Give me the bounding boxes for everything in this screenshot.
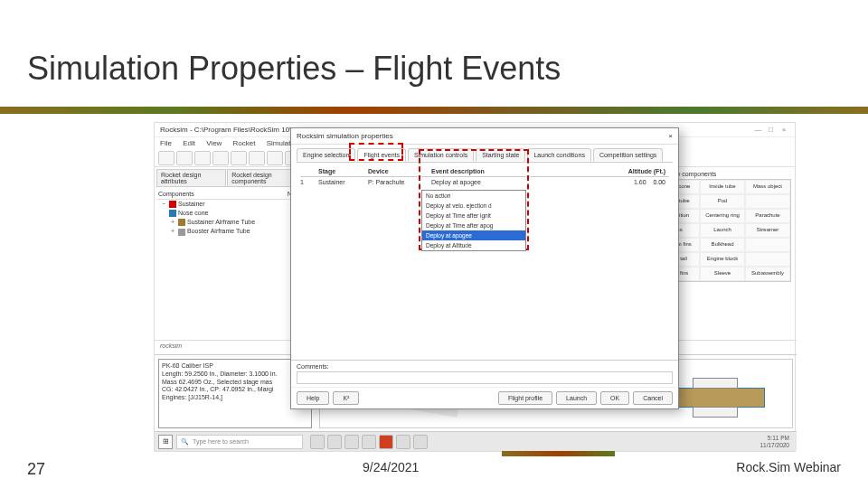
info-line: CG: 42.0427 In., CP: 47.0952 In., Margi	[162, 386, 308, 394]
task-icon[interactable]	[310, 435, 325, 449]
tray-time: 5:11 PM	[760, 435, 789, 441]
ok-button[interactable]: OK	[600, 391, 629, 405]
dropdown-item[interactable]: Deploy at velo. ejection d	[422, 201, 525, 211]
tree-airframe[interactable]: +Sustainer Airframe Tube	[156, 218, 306, 227]
start-button[interactable]: ⊞	[158, 435, 173, 449]
rocket-info-box: PK-60 Caliber ISP Length: 59.2500 In., D…	[158, 359, 312, 428]
add-parachute[interactable]: Parachute	[745, 209, 790, 223]
accent-bottom	[502, 451, 615, 456]
search-placeholder: Type here to search	[193, 438, 249, 445]
add-subassembly[interactable]: Subassembly	[745, 267, 790, 281]
event-dropdown[interactable]: No action Deploy at velo. ejection d Dep…	[421, 190, 526, 251]
launch-button[interactable]: Launch	[556, 391, 597, 405]
grid-header: Stage Device Event description Altitude …	[300, 166, 669, 177]
slide-number: 27	[27, 460, 45, 479]
dropdown-item[interactable]: No action	[422, 191, 525, 201]
info-line: Engines: [J/J15R-14,]	[162, 394, 308, 402]
simulation-properties-dialog: Rocksim simulation properties × Engine s…	[290, 127, 679, 409]
comments-label: Comments:	[297, 363, 673, 370]
row-stage: Sustainer	[318, 179, 368, 185]
flight-profile-button[interactable]: Flight profile	[498, 391, 552, 405]
row-event[interactable]: Deploy at apogee	[431, 179, 585, 185]
dialog-title: Rocksim simulation properties	[297, 132, 393, 140]
dropdown-item[interactable]: Deploy at Time after apog	[422, 221, 525, 230]
menu-edit[interactable]: Edit	[183, 139, 195, 147]
tab-starting-state[interactable]: Starting state	[476, 148, 525, 162]
dropdown-item[interactable]: Deploy at Altitude	[422, 240, 525, 250]
task-icon[interactable]	[362, 435, 376, 449]
col-index	[300, 168, 318, 174]
minimize-button[interactable]: —	[753, 126, 764, 134]
tab-launch-conditions[interactable]: Launch conditions	[527, 148, 590, 162]
menu-view[interactable]: View	[206, 139, 222, 147]
window-controls: — □ ×	[753, 126, 789, 134]
system-tray[interactable]: 5:11 PM 11/17/2020	[760, 435, 793, 447]
tab-design-attributes[interactable]: Rocket design attributes	[156, 169, 226, 186]
add-cell-empty	[745, 252, 790, 267]
tree-airframe-label: Sustainer Airframe Tube	[187, 219, 255, 225]
add-mass-object[interactable]: Mass object	[745, 180, 790, 194]
toolbar-button[interactable]	[212, 151, 229, 165]
menu-file[interactable]: File	[160, 139, 172, 147]
info-line: PK-60 Caliber ISP	[162, 362, 308, 371]
tab-competition-settings[interactable]: Competition settings	[593, 148, 663, 162]
add-cell-empty	[745, 194, 790, 209]
help-button[interactable]: Help	[297, 391, 329, 405]
col-altitude: Altitude (Ft.)	[585, 168, 669, 174]
tree-head-components: Components	[158, 191, 194, 197]
add-streamer[interactable]: Streamer	[745, 223, 790, 238]
dialog-close-button[interactable]: ×	[668, 132, 673, 140]
task-icon-powerpoint[interactable]	[379, 435, 393, 449]
alt-a: 1.60	[634, 179, 646, 185]
slide-footer: Rock.Sim Webinar	[736, 460, 841, 479]
close-button[interactable]: ×	[778, 126, 789, 134]
add-inside-tube[interactable]: Inside tube	[700, 180, 745, 194]
toolbar-button[interactable]	[158, 151, 175, 165]
task-icon[interactable]	[413, 435, 428, 449]
event-row[interactable]: 1 Sustainer P: Parachute Deploy at apoge…	[300, 177, 669, 187]
toolbar-button[interactable]	[267, 151, 283, 165]
slide-date: 9/24/2021	[363, 460, 419, 479]
search-icon: 🔍	[181, 438, 189, 446]
toolbar-button[interactable]	[231, 151, 247, 165]
row-device: P: Parachute	[368, 179, 431, 185]
dropdown-item[interactable]: Deploy at Time after ignit	[422, 211, 525, 221]
task-icon[interactable]	[344, 435, 359, 449]
add-pod[interactable]: Pod	[700, 194, 745, 209]
dropdown-item-selected[interactable]: Deploy at apogee	[422, 230, 525, 240]
cancel-button[interactable]: Cancel	[633, 391, 673, 405]
tree-root-label: Sustainer	[178, 201, 205, 207]
tree-nosecone[interactable]: Nose cone	[156, 209, 306, 218]
toolbar-button[interactable]	[194, 151, 211, 165]
add-cell-empty	[745, 238, 790, 252]
slide-title: Simulation Properties – Flight Events	[27, 50, 561, 88]
maximize-button[interactable]: □	[766, 126, 777, 134]
tab-simulation-controls[interactable]: Simulation controls	[408, 148, 474, 162]
col-event: Event description	[431, 168, 585, 174]
tray-date: 11/17/2020	[760, 442, 789, 448]
add-engine-block[interactable]: Engine block	[700, 252, 745, 267]
add-sleeve[interactable]: Sleeve	[700, 267, 745, 281]
tree-nose-label: Nose cone	[178, 210, 208, 216]
tree-root[interactable]: −Sustainer	[156, 200, 306, 209]
task-icon[interactable]	[327, 435, 342, 449]
render-fin	[693, 407, 738, 418]
add-launch-lug[interactable]: Launch	[700, 223, 745, 238]
task-icon[interactable]	[396, 435, 410, 449]
app-screenshot: Rocksim - C:\Program Files\RockSim 10\De…	[154, 122, 796, 452]
toolbar-button[interactable]	[176, 151, 193, 165]
row-alt: 1.60 0.00	[585, 179, 669, 185]
tab-engine-selection[interactable]: Engine selection	[297, 148, 355, 162]
k2-button[interactable]: K²	[333, 391, 359, 405]
taskbar-search[interactable]: 🔍 Type here to search	[176, 435, 303, 449]
tree-booster[interactable]: +Booster Airframe Tube	[156, 227, 306, 236]
alt-b: 0.00	[653, 179, 665, 185]
menu-rocket[interactable]: Rocket	[233, 139, 256, 147]
comments-input[interactable]	[297, 371, 673, 384]
toolbar-button[interactable]	[249, 151, 265, 165]
col-stage: Stage	[318, 168, 368, 174]
tab-flight-events[interactable]: Flight events	[357, 148, 406, 162]
info-line: Length: 59.2500 In., Diameter: 3.1000 In…	[162, 371, 308, 379]
add-centering-ring[interactable]: Centering ring	[700, 209, 745, 223]
add-bulkhead[interactable]: Bulkhead	[700, 238, 745, 252]
